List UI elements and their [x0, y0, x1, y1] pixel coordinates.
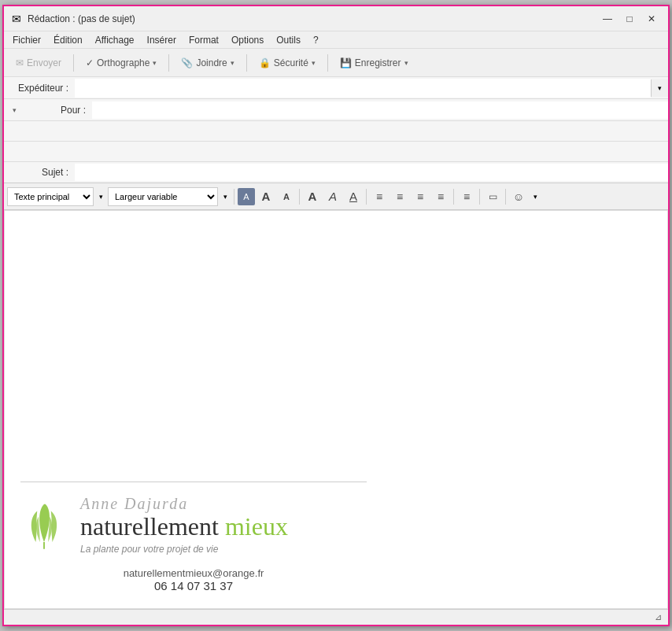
italic-btn[interactable]: A — [323, 187, 342, 206]
fmt-sep-6 — [505, 189, 506, 205]
grow-smaller-btn[interactable]: A — [277, 187, 296, 206]
title-bar: ✉ Rédaction : (pas de sujet) — □ ✕ — [4, 6, 668, 31]
fmt-sep-3 — [366, 189, 367, 205]
menu-outils[interactable]: Outils — [271, 32, 306, 48]
attach-dropdown-arrow[interactable]: ▾ — [231, 59, 234, 67]
send-icon: ✉ — [16, 57, 24, 68]
spellcheck-dropdown-arrow[interactable]: ▾ — [153, 59, 157, 67]
separator-1 — [73, 54, 74, 72]
signature-divider — [20, 482, 367, 482]
numbered-btn[interactable]: ≡ — [390, 187, 409, 206]
emoji-btn[interactable]: ☺ — [509, 187, 528, 206]
style-select[interactable]: Texte principal — [7, 187, 94, 206]
menu-bar: Fichier Édition Affichage Insérer Format… — [4, 31, 668, 49]
separator-3 — [246, 54, 247, 72]
expediteur-field — [75, 79, 651, 98]
signature-logo: Anne Dajurda naturellement mieux La plan… — [20, 495, 652, 555]
sujet-row: Sujet : — [4, 162, 668, 183]
minimize-button[interactable]: — — [597, 9, 618, 28]
paperclip-icon: 📎 — [181, 57, 193, 68]
menu-format[interactable]: Format — [183, 32, 224, 48]
font-select[interactable]: Largeur variable — [108, 187, 218, 206]
pour-input[interactable] — [92, 101, 668, 119]
signature-area: Anne Dajurda naturellement mieux La plan… — [20, 466, 652, 592]
grow-larger-btn[interactable]: A — [257, 187, 275, 206]
fmt-sep-5 — [479, 189, 480, 205]
cc-row — [4, 121, 668, 142]
brand-dark-text: naturellement — [80, 512, 219, 541]
spellcheck-button[interactable]: ✓ Orthographe ▾ — [79, 52, 164, 74]
plant-icon — [20, 497, 68, 552]
expediteur-row: Expéditeur : ▾ — [4, 77, 668, 99]
pour-label: Pour : — [21, 105, 92, 116]
resize-handle: ⊿ — [655, 612, 662, 622]
underline-btn[interactable]: A — [344, 187, 363, 206]
separator-2 — [168, 54, 169, 72]
bullets-btn[interactable]: ≡ — [370, 187, 389, 206]
brand-main: naturellement mieux — [80, 513, 288, 541]
block-btn[interactable]: ▭ — [483, 187, 502, 206]
separator-4 — [327, 54, 328, 72]
brand-cursive-name: Anne Dajurda — [80, 495, 288, 513]
window-icon: ✉ — [10, 13, 23, 25]
format-bar: Texte principal ▾ Largeur variable ▾ A A… — [4, 183, 668, 210]
lock-icon: 🔒 — [259, 57, 271, 68]
bcc-row — [4, 142, 668, 162]
main-toolbar: ✉ Envoyer ✓ Orthographe ▾ 📎 Joindre ▾ 🔒 … — [4, 49, 668, 77]
close-button[interactable]: ✕ — [641, 9, 662, 28]
brand-tagline: La plante pour votre projet de vie — [80, 544, 288, 555]
bcc-input[interactable] — [75, 143, 668, 161]
expediteur-dropdown[interactable]: ▾ — [651, 79, 668, 97]
menu-options[interactable]: Options — [226, 32, 269, 48]
check-icon: ✓ — [86, 57, 94, 68]
compose-area[interactable]: Anne Dajurda naturellement mieux La plan… — [4, 210, 668, 609]
menu-fichier[interactable]: Fichier — [7, 32, 46, 48]
cc-input[interactable] — [75, 123, 668, 140]
menu-edition[interactable]: Édition — [48, 32, 88, 48]
menu-affichage[interactable]: Affichage — [90, 32, 140, 48]
menu-inserer[interactable]: Insérer — [142, 32, 182, 48]
align-btn[interactable]: ≡ — [457, 187, 476, 206]
save-icon: 💾 — [340, 57, 352, 68]
signature-phone: 06 14 07 31 37 — [20, 579, 367, 592]
save-dropdown-arrow[interactable]: ▾ — [404, 59, 408, 67]
pour-expand-icon[interactable]: ▾ — [7, 103, 21, 117]
email-compose-window: ✉ Rédaction : (pas de sujet) — □ ✕ Fichi… — [2, 5, 670, 626]
window-title: Rédaction : (pas de sujet) — [28, 13, 597, 24]
status-bar: ⊿ — [4, 609, 668, 625]
security-button[interactable]: 🔒 Sécurité ▾ — [252, 52, 323, 74]
email-fields: Expéditeur : ▾ ▾ Pour : Sujet : — [4, 77, 668, 183]
fmt-sep-2 — [299, 189, 300, 205]
email-body[interactable] — [20, 227, 652, 466]
attach-button[interactable]: 📎 Joindre ▾ — [174, 52, 241, 74]
sujet-input[interactable] — [75, 164, 668, 181]
menu-aide[interactable]: ? — [308, 32, 324, 48]
brand-green-text: mieux — [219, 512, 288, 541]
indent-btn[interactable]: ≡ — [411, 187, 430, 206]
text-color-btn[interactable]: A — [238, 188, 255, 205]
bold-btn[interactable]: A — [303, 187, 322, 206]
expediteur-input[interactable] — [75, 79, 651, 98]
emoji-dropdown-arrow[interactable]: ▾ — [530, 187, 541, 206]
outdent-btn[interactable]: ≡ — [431, 187, 450, 206]
maximize-button[interactable]: □ — [619, 9, 640, 28]
security-dropdown-arrow[interactable]: ▾ — [312, 59, 316, 67]
signature-email: naturellementmieux@orange.fr — [20, 567, 367, 579]
fmt-sep-4 — [453, 189, 454, 205]
sujet-label: Sujet : — [4, 167, 75, 178]
brand-text: Anne Dajurda naturellement mieux La plan… — [80, 495, 288, 555]
send-button[interactable]: ✉ Envoyer — [9, 52, 68, 74]
pour-row: ▾ Pour : — [4, 99, 668, 121]
window-controls: — □ ✕ — [597, 9, 662, 28]
font-dropdown-arrow[interactable]: ▾ — [220, 187, 231, 206]
fmt-sep-1 — [234, 189, 234, 205]
expediteur-label: Expéditeur : — [4, 83, 75, 94]
save-button[interactable]: 💾 Enregistrer ▾ — [333, 52, 415, 74]
style-dropdown-arrow[interactable]: ▾ — [95, 187, 106, 206]
signature-contact: naturellementmieux@orange.fr 06 14 07 31… — [20, 561, 367, 592]
